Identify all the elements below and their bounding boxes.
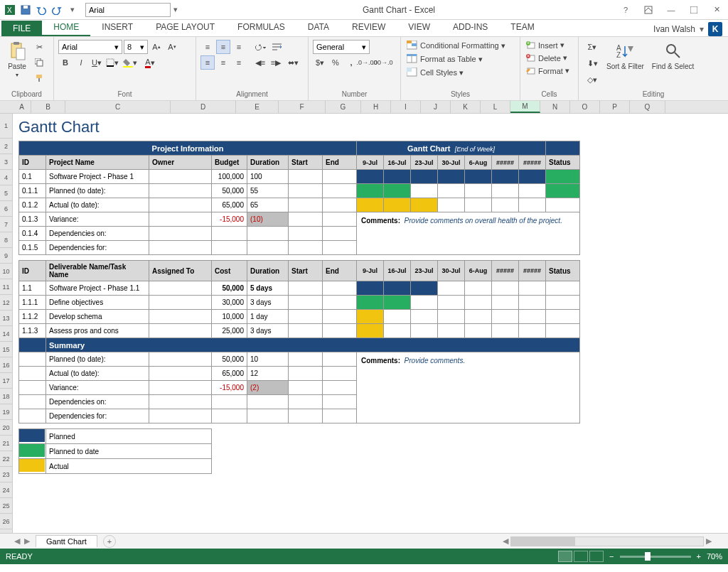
format-painter-icon[interactable] — [32, 71, 46, 85]
maximize-icon[interactable] — [685, 3, 702, 17]
tab-data[interactable]: DATA — [296, 19, 341, 36]
conditional-formatting-button[interactable]: Conditional Formatting▾ — [405, 40, 507, 51]
tab-view[interactable]: VIEW — [397, 19, 441, 36]
minimize-icon[interactable]: ― — [663, 3, 680, 17]
ribbon-tabs: FILE HOMEINSERTPAGE LAYOUTFORMULASDATARE… — [0, 20, 728, 37]
statusbar: READY − + 70% — [0, 549, 728, 564]
align-center-icon[interactable]: ≡ — [216, 55, 230, 70]
status-ready: READY — [6, 552, 33, 561]
paste-icon — [7, 41, 27, 61]
undo-icon[interactable] — [34, 3, 48, 17]
underline-button[interactable]: U▾ — [90, 55, 104, 70]
align-bottom-icon[interactable]: ≡ — [232, 40, 246, 54]
bold-button[interactable]: B — [58, 55, 73, 70]
tab-team[interactable]: TEAM — [499, 19, 545, 36]
user-badge: K — [708, 22, 722, 36]
font-name-combo[interactable]: Arial▾ — [58, 40, 122, 54]
copy-icon[interactable] — [32, 55, 46, 70]
format-as-table-button[interactable]: Format as Table▾ — [405, 53, 484, 65]
ribbon-options-icon[interactable] — [640, 3, 657, 17]
page-title: Gantt Chart — [13, 114, 728, 141]
grow-font-icon[interactable]: A▴ — [149, 40, 164, 54]
user-name: Ivan Walsh — [653, 24, 695, 34]
align-left-icon[interactable]: ≡ — [200, 55, 215, 70]
tab-insert[interactable]: INSERT — [90, 19, 144, 36]
increase-indent-icon[interactable]: ≡▶ — [269, 55, 283, 70]
redo-icon[interactable] — [50, 3, 64, 17]
help-icon[interactable]: ? — [617, 3, 634, 17]
gantt-table: Project InformationGantt Chart [End of W… — [18, 141, 580, 474]
merge-center-icon[interactable]: ⬌▾ — [284, 55, 301, 70]
number-format-combo[interactable]: General▾ — [313, 40, 370, 54]
percent-format-icon[interactable]: % — [328, 55, 343, 70]
autosum-icon[interactable]: Σ▾ — [583, 40, 601, 54]
clear-icon[interactable]: ◇▾ — [583, 72, 601, 87]
user-area[interactable]: Ivan Walsh ▾ K — [653, 22, 728, 36]
decrease-decimal-icon[interactable]: .00→.0 — [375, 55, 390, 70]
ribbon: Paste▾ ✂ Clipboard Arial▾ 8▾ A▴ A▾ B I U… — [0, 37, 728, 101]
delete-cells-button[interactable]: ×Delete▾ — [525, 53, 569, 63]
close-icon[interactable]: ✕ — [708, 3, 725, 17]
tab-formulas[interactable]: FORMULAS — [226, 19, 296, 36]
zoom-out-icon[interactable]: − — [609, 552, 614, 561]
tab-home[interactable]: HOME — [42, 19, 90, 36]
fill-icon[interactable]: ⬇▾ — [583, 56, 601, 70]
column-headers[interactable]: ABCDEFGHIJKLMNOPQ — [0, 101, 728, 114]
sort-filter-icon: AZ — [615, 41, 635, 61]
new-sheet-button[interactable]: + — [103, 535, 116, 548]
svg-rect-3 — [23, 6, 28, 9]
file-tab[interactable]: FILE — [1, 21, 42, 36]
quick-access-toolbar: X ▾ — [3, 3, 80, 17]
align-middle-icon[interactable]: ≡ — [216, 40, 230, 54]
page-layout-view-icon[interactable] — [574, 551, 588, 562]
svg-rect-12 — [38, 78, 40, 82]
cut-icon[interactable]: ✂ — [32, 40, 46, 54]
font-color-button[interactable]: A▾ — [141, 55, 159, 70]
tab-review[interactable]: REVIEW — [341, 19, 397, 36]
worksheet[interactable]: Gantt Chart Project InformationGantt Cha… — [13, 114, 728, 533]
cell-styles-button[interactable]: Cell Styles▾ — [405, 67, 465, 78]
zoom-in-icon[interactable]: + — [697, 552, 701, 561]
qat-font-combo[interactable]: ▾ — [85, 3, 181, 17]
format-cells-button[interactable]: Format▾ — [525, 65, 571, 76]
svg-text:X: X — [7, 6, 12, 14]
orientation-icon[interactable]: ⭯▾ — [253, 40, 267, 54]
wrap-text-icon[interactable] — [269, 40, 286, 54]
save-icon[interactable] — [18, 3, 33, 17]
window-title: Gantt Chart - Excel — [181, 5, 617, 15]
excel-icon[interactable]: X — [3, 3, 17, 17]
italic-button[interactable]: I — [74, 55, 88, 70]
horizontal-scrollbar[interactable]: ◀ ▶ — [500, 536, 714, 546]
align-right-icon[interactable]: ≡ — [232, 55, 246, 70]
accounting-format-icon[interactable]: $▾ — [313, 55, 327, 70]
align-top-icon[interactable]: ≡ — [200, 40, 215, 54]
sheet-nav-prev-icon[interactable]: ◀ — [14, 536, 20, 546]
font-size-combo[interactable]: 8▾ — [124, 40, 148, 54]
shrink-font-icon[interactable]: A▾ — [165, 40, 179, 54]
fill-color-button[interactable]: ▾ — [121, 55, 139, 70]
page-break-view-icon[interactable] — [589, 551, 604, 562]
normal-view-icon[interactable] — [558, 551, 572, 562]
tab-add-ins[interactable]: ADD-INS — [441, 19, 499, 36]
svg-rect-5 — [690, 6, 697, 14]
insert-cells-button[interactable]: +Insert▾ — [525, 40, 566, 50]
zoom-slider[interactable] — [620, 556, 691, 558]
row-headers[interactable]: 1234567891011121314151617181920212223242… — [0, 114, 13, 533]
sheet-tab[interactable]: Gantt Chart — [36, 535, 97, 547]
border-button[interactable]: ▾ — [105, 55, 119, 70]
svg-text:+: + — [527, 41, 530, 45]
svg-rect-18 — [412, 43, 417, 46]
find-select-button[interactable]: Find & Select — [649, 40, 697, 72]
svg-rect-13 — [107, 59, 114, 66]
svg-text:×: × — [527, 54, 530, 58]
qat-customize-icon[interactable]: ▾ — [65, 3, 80, 17]
sheet-tab-bar: ◀ ▶ Gantt Chart + ◀ ▶ — [0, 533, 728, 549]
tab-page-layout[interactable]: PAGE LAYOUT — [144, 19, 226, 36]
svg-rect-7 — [14, 42, 19, 45]
paste-button[interactable]: Paste▾ — [4, 40, 30, 80]
decrease-indent-icon[interactable]: ◀≡ — [253, 55, 267, 70]
sheet-nav-next-icon[interactable]: ▶ — [24, 536, 30, 546]
svg-line-34 — [675, 53, 680, 58]
sort-filter-button[interactable]: AZ Sort & Filter — [604, 40, 647, 72]
zoom-level[interactable]: 70% — [707, 552, 722, 561]
